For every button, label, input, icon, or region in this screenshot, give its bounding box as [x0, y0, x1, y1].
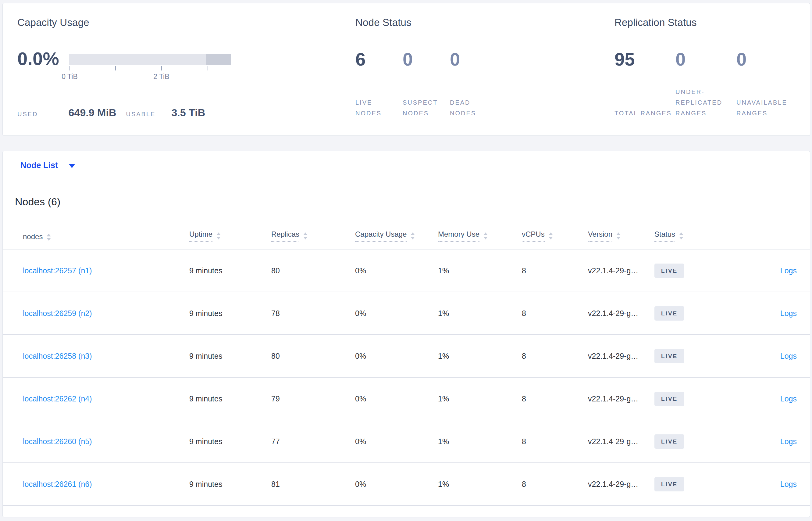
status-cell: LIVE [654, 477, 720, 492]
column-header[interactable]: vCPUs [522, 230, 588, 242]
capacity-gauge-bar [69, 54, 231, 65]
caret-down-icon [69, 164, 75, 168]
stat-label: UNAVAILABLE RANGES [736, 97, 797, 119]
stat-label: TOTAL RANGES [615, 108, 675, 119]
gauge-tick [115, 66, 116, 70]
logs-cell: Logs [720, 352, 797, 361]
capacity-usage-cell: 0% [355, 394, 438, 403]
memory-use-cell: 1% [438, 266, 522, 275]
vcpus-cell: 8 [522, 266, 588, 275]
used-value: 649.9 MiB [69, 107, 116, 119]
stat-value: 0 [403, 50, 448, 69]
vcpus-cell: 8 [522, 352, 588, 361]
node-cell: localhost:26258 (n3) [23, 352, 189, 361]
version-cell: v22.1.4-29-g… [588, 480, 654, 489]
node-status-stat: 6 LIVE NODES [355, 50, 401, 119]
node-link[interactable]: localhost:26259 (n2) [23, 309, 92, 318]
table-row: localhost:26258 (n3) 9 minutes 80 0% 1% … [3, 335, 810, 378]
capacity-usage-cell: 0% [355, 266, 438, 275]
capacity-gauge-tick-labels: 0 TiB 2 TiB [69, 73, 231, 82]
memory-use-cell: 1% [438, 309, 522, 318]
sort-icon [411, 232, 415, 240]
replicas-cell: 81 [271, 480, 355, 489]
version-cell: v22.1.4-29-g… [588, 309, 654, 318]
gauge-tick [69, 66, 70, 70]
sort-asc-arrow-icon [303, 232, 308, 235]
column-header[interactable]: Version [588, 230, 654, 242]
column-header[interactable]: Memory Use [438, 230, 522, 242]
logs-link[interactable]: Logs [780, 266, 797, 275]
sort-desc-arrow-icon [216, 237, 221, 240]
sort-icon [47, 234, 51, 241]
stat-label: DEAD NODES [450, 97, 495, 119]
logs-link[interactable]: Logs [780, 480, 797, 489]
capacity-percent-value: 0.0% [17, 50, 62, 68]
replication-stat: 0 UNDER-REPLICATED RANGES [675, 50, 736, 119]
node-link[interactable]: localhost:26258 (n3) [23, 352, 92, 360]
capacity-usage-cell: 0% [355, 309, 438, 318]
status-cell: LIVE [654, 392, 720, 406]
sort-asc-arrow-icon [216, 232, 221, 235]
usable-label: USABLE [126, 111, 156, 118]
sort-desc-arrow-icon [47, 238, 51, 241]
sort-desc-arrow-icon [483, 237, 488, 240]
stat-label: LIVE NODES [355, 97, 401, 119]
capacity-usage-cell: 0% [355, 352, 438, 361]
logs-link[interactable]: Logs [780, 309, 797, 318]
column-header[interactable]: Status [654, 230, 720, 242]
vcpus-cell: 8 [522, 480, 588, 489]
capacity-usage-cell: 0% [355, 480, 438, 489]
logs-cell: Logs [720, 309, 797, 318]
column-header-label: Capacity Usage [355, 230, 407, 242]
table-row: localhost:26261 (n6) 9 minutes 81 0% 1% … [3, 463, 810, 506]
logs-link[interactable]: Logs [780, 437, 797, 446]
replicas-cell: 78 [271, 309, 355, 318]
logs-cell: Logs [720, 437, 797, 446]
status-badge: LIVE [654, 306, 684, 321]
vcpus-cell: 8 [522, 394, 588, 403]
status-badge: LIVE [654, 392, 684, 406]
logs-cell: Logs [720, 480, 797, 489]
node-status-stat: 0 DEAD NODES [450, 50, 495, 119]
column-header[interactable]: Capacity Usage [355, 230, 438, 242]
status-badge: LIVE [654, 349, 684, 363]
logs-link[interactable]: Logs [780, 352, 797, 360]
replication-stat: 0 UNAVAILABLE RANGES [736, 50, 797, 119]
sort-asc-arrow-icon [411, 232, 415, 235]
uptime-cell: 9 minutes [189, 394, 271, 403]
used-label: USED [17, 111, 38, 118]
column-header[interactable]: Uptime [189, 230, 271, 242]
capacity-usage-section: Capacity Usage 0.0% 0 TiB 2 TiB [17, 17, 231, 119]
sort-desc-arrow-icon [616, 237, 621, 240]
capacity-usage-title: Capacity Usage [17, 17, 231, 28]
node-link[interactable]: localhost:26261 (n6) [23, 480, 92, 489]
nodes-table-title: Nodes (6) [15, 196, 810, 209]
replicas-cell: 77 [271, 437, 355, 446]
sort-asc-arrow-icon [483, 232, 488, 235]
node-list-dropdown[interactable]: Node List [3, 151, 810, 180]
version-cell: v22.1.4-29-g… [588, 352, 654, 361]
version-cell: v22.1.4-29-g… [588, 266, 654, 275]
node-list-dropdown-label: Node List [20, 161, 58, 170]
node-link[interactable]: localhost:26262 (n4) [23, 394, 92, 403]
stat-label: SUSPECT NODES [403, 97, 448, 119]
node-cell: localhost:26257 (n1) [23, 266, 189, 275]
node-link[interactable]: localhost:26257 (n1) [23, 266, 92, 275]
vcpus-cell: 8 [522, 437, 588, 446]
status-badge: LIVE [654, 477, 684, 492]
column-header-label: Replicas [271, 230, 299, 242]
column-header[interactable]: Replicas [271, 230, 355, 242]
status-badge: LIVE [654, 264, 684, 278]
gauge-tick-label-0: 0 TiB [62, 73, 77, 81]
uptime-cell: 9 minutes [189, 352, 271, 361]
replication-status-section: Replication Status 95 TOTAL RANGES 0 UND… [615, 17, 804, 119]
node-status-section: Node Status 6 LIVE NODES 0 SUSPECT NODES… [355, 17, 526, 119]
logs-link[interactable]: Logs [780, 394, 797, 403]
sort-icon [303, 232, 308, 240]
replicas-cell: 80 [271, 266, 355, 275]
node-cell: localhost:26260 (n5) [23, 437, 189, 446]
usable-value: 3.5 TiB [171, 107, 205, 119]
memory-use-cell: 1% [438, 480, 522, 489]
column-header[interactable]: nodes [23, 232, 189, 242]
node-link[interactable]: localhost:26260 (n5) [23, 437, 92, 446]
